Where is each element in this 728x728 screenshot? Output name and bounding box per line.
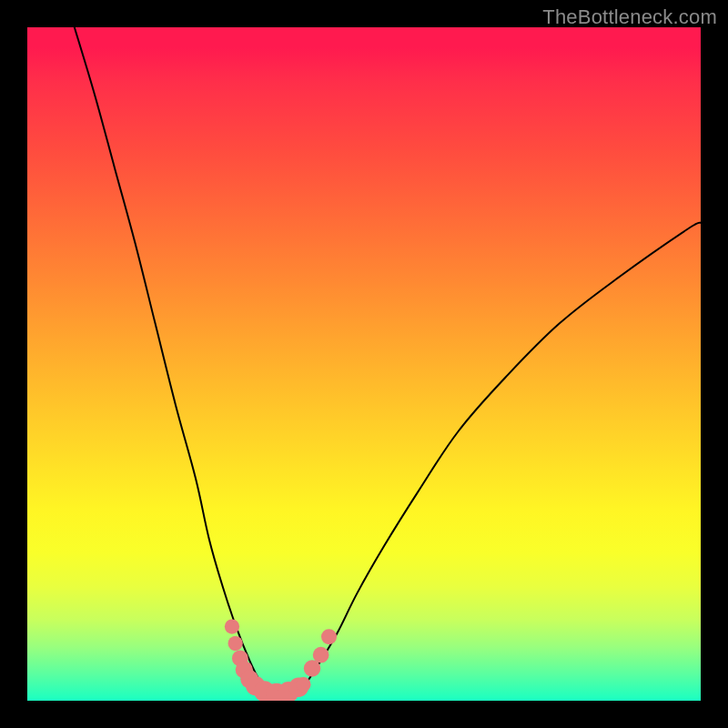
chart-frame: TheBottleneck.com (0, 0, 728, 728)
left-curve (75, 27, 268, 691)
markers-group (225, 619, 337, 701)
watermark-text: TheBottleneck.com (542, 5, 717, 29)
plot-area (27, 27, 701, 701)
marker-point (304, 660, 321, 677)
marker-point (321, 629, 337, 644)
marker-point (313, 647, 329, 663)
marker-point (225, 619, 239, 633)
chart-svg (27, 27, 701, 701)
marker-point (296, 677, 310, 692)
right-curve (303, 223, 701, 688)
marker-point (228, 636, 243, 651)
